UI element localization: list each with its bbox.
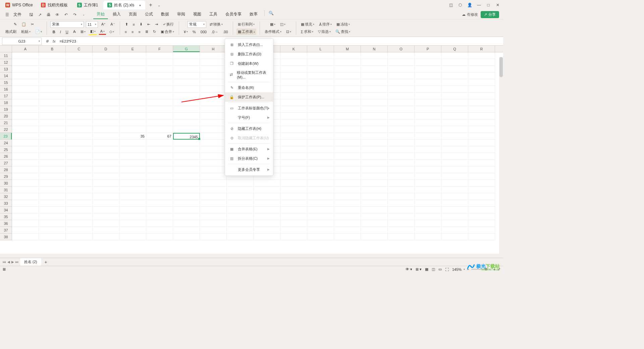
export-icon[interactable]: ↗: [37, 12, 43, 18]
cell-F38[interactable]: [146, 234, 173, 240]
cell-N32[interactable]: [361, 193, 388, 200]
add-sheet-button[interactable]: +: [43, 259, 49, 265]
cell-Q15[interactable]: [441, 79, 468, 86]
cell-H27[interactable]: [200, 160, 227, 166]
maximize-button[interactable]: □: [486, 2, 491, 8]
paste-icon[interactable]: 📋: [20, 21, 28, 27]
cell-H26[interactable]: [200, 153, 227, 160]
cell-G18[interactable]: [173, 99, 200, 106]
cell-R27[interactable]: [468, 160, 495, 166]
cell-C36[interactable]: [66, 220, 93, 227]
cell-C33[interactable]: [66, 200, 93, 207]
cell-P22[interactable]: [415, 126, 441, 133]
cell-R16[interactable]: [468, 86, 495, 93]
cell-M34[interactable]: [334, 207, 361, 213]
cell-A12[interactable]: [12, 59, 39, 66]
cell-C37[interactable]: [66, 227, 93, 234]
tab-dirty-icon[interactable]: ●: [139, 3, 141, 7]
cell-K37[interactable]: [280, 227, 307, 234]
undo-icon[interactable]: ↶: [63, 12, 69, 18]
cell-P12[interactable]: [415, 59, 441, 66]
cell-R11[interactable]: [468, 52, 495, 59]
cell-G19[interactable]: [173, 106, 200, 113]
cell-F15[interactable]: [146, 79, 173, 86]
row-header-30[interactable]: 30: [0, 180, 12, 187]
cell-J32[interactable]: [254, 193, 280, 200]
cell-A33[interactable]: [12, 200, 39, 207]
cell-F35[interactable]: [146, 213, 173, 220]
cell-A19[interactable]: [12, 106, 39, 113]
sheet-last-icon[interactable]: ⏭: [15, 260, 19, 264]
align-top-icon[interactable]: ⬆: [124, 21, 129, 27]
cell-L35[interactable]: [307, 213, 334, 220]
cell-D15[interactable]: [93, 79, 119, 86]
cell-Q31[interactable]: [441, 187, 468, 193]
percent-icon[interactable]: %: [191, 29, 197, 35]
cell-L17[interactable]: [307, 93, 334, 99]
cell-O13[interactable]: [388, 66, 415, 72]
cell-O24[interactable]: [388, 140, 415, 146]
cell-P35[interactable]: [415, 213, 441, 220]
cell-F27[interactable]: [146, 160, 173, 166]
cell-C22[interactable]: [66, 126, 93, 133]
cell-N31[interactable]: [361, 187, 388, 193]
row-header-38[interactable]: 38: [0, 234, 12, 240]
cell-Q26[interactable]: [441, 153, 468, 160]
cell-D11[interactable]: [93, 52, 119, 59]
dd-item-6[interactable]: ▭工作表标签颜色(T)▶: [225, 103, 273, 113]
cell-N17[interactable]: [361, 93, 388, 99]
cell-F16[interactable]: [146, 86, 173, 93]
cell-M27[interactable]: [334, 160, 361, 166]
cell-J34[interactable]: [254, 207, 280, 213]
cell-N30[interactable]: [361, 180, 388, 187]
cell-A37[interactable]: [12, 227, 39, 234]
cell-M20[interactable]: [334, 113, 361, 119]
row-header-31[interactable]: 31: [0, 187, 12, 193]
cell-C17[interactable]: [66, 93, 93, 99]
cell-E14[interactable]: [119, 72, 146, 79]
cell-F32[interactable]: [146, 193, 173, 200]
cell-M25[interactable]: [334, 146, 361, 153]
italic-button[interactable]: I: [59, 29, 62, 35]
cell-Q35[interactable]: [441, 213, 468, 220]
row-header-29[interactable]: 29: [0, 173, 12, 180]
row-header-18[interactable]: 18: [0, 99, 12, 106]
cell-G36[interactable]: [173, 220, 200, 227]
cell-G12[interactable]: [173, 59, 200, 66]
cell-E25[interactable]: [119, 146, 146, 153]
cell-P32[interactable]: [415, 193, 441, 200]
cell-M30[interactable]: [334, 180, 361, 187]
cell-M24[interactable]: [334, 140, 361, 146]
cell-I34[interactable]: [227, 207, 254, 213]
col-header-L[interactable]: L: [307, 46, 334, 52]
cell-H21[interactable]: [200, 119, 227, 126]
cell-M33[interactable]: [334, 200, 361, 207]
cell-R25[interactable]: [468, 146, 495, 153]
cell-O21[interactable]: [388, 119, 415, 126]
font-color-button[interactable]: A▾: [99, 29, 106, 35]
cell-R18[interactable]: [468, 99, 495, 106]
cell-K26[interactable]: [280, 153, 307, 160]
cell-R26[interactable]: [468, 153, 495, 160]
cell-F33[interactable]: [146, 200, 173, 207]
cell-Q18[interactable]: [441, 99, 468, 106]
cell-R32[interactable]: [468, 193, 495, 200]
name-box[interactable]: G23▾: [2, 38, 42, 45]
cell-K11[interactable]: [280, 52, 307, 59]
add-tab-button[interactable]: +: [147, 2, 155, 8]
cell-M18[interactable]: [334, 99, 361, 106]
cell-D19[interactable]: [93, 106, 119, 113]
cell-L38[interactable]: [307, 234, 334, 240]
cell-P26[interactable]: [415, 153, 441, 160]
cell-B20[interactable]: [39, 113, 66, 119]
cell-O19[interactable]: [388, 106, 415, 113]
dec-font-icon[interactable]: A⁻: [109, 21, 116, 27]
cell-C11[interactable]: [66, 52, 93, 59]
cell-F11[interactable]: [146, 52, 173, 59]
cell-E30[interactable]: [119, 180, 146, 187]
cell-N37[interactable]: [361, 227, 388, 234]
row-header-26[interactable]: 26: [0, 153, 12, 160]
cell-C26[interactable]: [66, 153, 93, 160]
col-header-C[interactable]: C: [66, 46, 93, 52]
cell-O28[interactable]: [388, 166, 415, 173]
